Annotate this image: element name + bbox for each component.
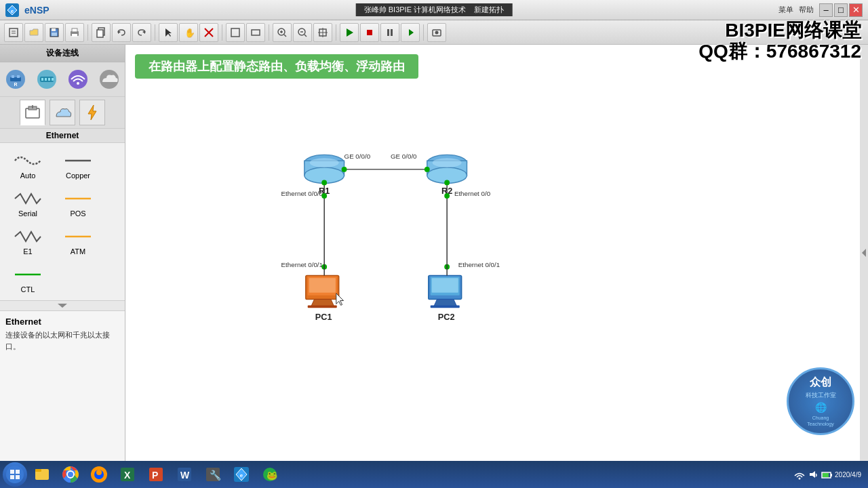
pan-tool[interactable]: ✋ [179, 23, 198, 42]
svg-marker-31 [347, 28, 353, 37]
scroll-down-button[interactable] [0, 300, 125, 310]
play-button[interactable] [401, 23, 420, 42]
sep2 [155, 24, 155, 41]
pause-button[interactable] [380, 23, 399, 42]
svg-rect-20 [252, 30, 260, 35]
svg-rect-40 [12, 75, 14, 78]
conn-ctl[interactable]: CTL [4, 261, 52, 296]
svg-marker-100 [336, 293, 344, 306]
svg-rect-106 [16, 475, 20, 479]
clock: 2020/4/9 [835, 470, 861, 479]
delete-tool[interactable] [199, 23, 218, 42]
stop-all-button[interactable] [360, 23, 379, 42]
text-tool[interactable] [226, 23, 245, 42]
banner: 在路由器上配置静态路由、负载均衡、浮动路由 [135, 54, 418, 79]
ctl-icon [13, 264, 43, 285]
svg-point-95 [321, 193, 327, 199]
wireless-icon[interactable] [65, 66, 91, 92]
taskbar-app9[interactable]: 🐸 [256, 463, 283, 486]
restore-button[interactable]: □ [834, 3, 848, 17]
svg-rect-33 [387, 29, 389, 36]
open-button[interactable] [24, 23, 43, 42]
save-button[interactable] [45, 23, 64, 42]
svg-text:🐸: 🐸 [267, 470, 278, 481]
switch-icon[interactable] [34, 66, 60, 92]
auto-icon [13, 150, 43, 171]
redo-button[interactable] [132, 23, 151, 42]
pc1-device[interactable]: PC1 Ethernet 0/0/1 [281, 261, 339, 322]
cloud-device-icon[interactable] [96, 66, 122, 92]
sep4 [269, 24, 269, 41]
ethernet-tab[interactable] [20, 100, 45, 125]
serial-label: Serial [18, 209, 37, 218]
svg-marker-129 [810, 471, 815, 478]
svg-rect-131 [831, 474, 832, 476]
svg-rect-85 [431, 305, 460, 308]
capture-button[interactable] [427, 23, 446, 42]
device-icons[interactable]: R [0, 62, 125, 97]
category-tabs[interactable] [0, 97, 125, 129]
start-all-button[interactable] [340, 23, 359, 42]
wifi-icon [794, 469, 805, 480]
titlebar-controls[interactable]: 菜单 帮助 – □ ✕ [778, 3, 868, 17]
cloud-tab[interactable] [50, 100, 75, 125]
svg-text:PC2: PC2 [438, 312, 455, 322]
svg-rect-47 [48, 78, 50, 81]
router-icon[interactable]: R [3, 66, 28, 92]
taskbar-browser-chrome[interactable] [57, 463, 84, 486]
select-tool[interactable] [159, 23, 178, 42]
conn-serial[interactable]: Serial [4, 185, 52, 220]
start-button[interactable] [3, 462, 27, 487]
serial-icon [13, 188, 43, 209]
zoom-in-button[interactable] [273, 23, 292, 42]
auto-label: Auto [20, 171, 36, 180]
conn-auto[interactable]: Auto [4, 147, 52, 182]
svg-marker-13 [118, 30, 121, 34]
info-panel: Ethernet 连接设备的以太网和千兆以太接口。 [0, 310, 125, 469]
svg-text:Ethernet 0/0/1: Ethernet 0/0/1 [458, 261, 500, 268]
undo-button[interactable] [112, 23, 131, 42]
svg-rect-132 [823, 473, 829, 477]
lightning-tab[interactable] [79, 100, 105, 125]
volume-icon [808, 469, 818, 480]
canvas-area[interactable]: 在路由器上配置静态路由、负载均衡、浮动路由 R1 GE 0/0/0 R2 [125, 45, 868, 469]
right-edge[interactable] [860, 45, 868, 461]
zoom-out-button[interactable] [293, 23, 312, 42]
taskbar-firefox[interactable] [85, 463, 113, 486]
pc2-device[interactable]: PC2 Ethernet 0/0/1 [429, 261, 500, 322]
new-button[interactable] [4, 23, 23, 42]
conn-atm[interactable]: ATM [54, 223, 102, 258]
svg-point-97 [444, 180, 450, 186]
connection-items[interactable]: Auto Copper Serial POS [0, 143, 125, 300]
svg-point-128 [799, 478, 801, 480]
taskbar-word[interactable]: W [171, 463, 198, 486]
svg-rect-75 [309, 278, 336, 293]
taskbar-files[interactable] [28, 463, 56, 486]
mouse-cursor [336, 293, 344, 306]
titlebar-left: e eNSP [0, 3, 50, 17]
minimize-button[interactable]: – [819, 3, 833, 17]
copper-label: Copper [66, 171, 90, 180]
copy-button[interactable] [92, 23, 111, 42]
svg-text:Ethernet 0/0: Ethernet 0/0 [454, 190, 491, 197]
conn-pos[interactable]: POS [54, 185, 102, 220]
taskbar-app7[interactable]: 🔧 [199, 463, 226, 486]
taskbar-excel[interactable]: X [114, 463, 141, 486]
sep6 [423, 24, 424, 41]
taskbar-ensp[interactable]: e [228, 463, 255, 486]
svg-point-90 [342, 167, 347, 172]
conn-copper[interactable]: Copper [54, 147, 102, 182]
pos-label: POS [70, 209, 85, 218]
taskbar-ppt[interactable]: P [142, 463, 170, 486]
svg-point-50 [77, 82, 79, 85]
conn-e1[interactable]: E1 [4, 223, 52, 258]
print-button[interactable] [65, 23, 84, 42]
svg-rect-2 [9, 28, 18, 37]
rect-tool[interactable] [246, 23, 265, 42]
atm-label: ATM [71, 247, 85, 256]
taskbar[interactable]: X P W 🔧 e 🐸 2020/4/9 [0, 461, 868, 488]
svg-point-111 [68, 472, 73, 477]
fit-view-button[interactable] [313, 23, 332, 42]
close-button[interactable]: ✕ [849, 3, 863, 17]
svg-text:🔧: 🔧 [210, 470, 222, 481]
